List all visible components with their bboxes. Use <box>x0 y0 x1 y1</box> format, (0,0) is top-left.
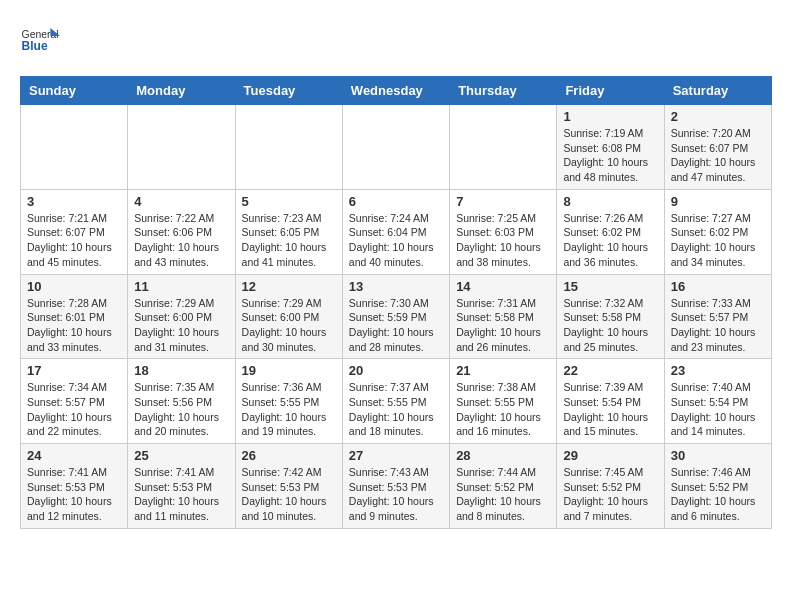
day-cell-15: 15Sunrise: 7:32 AMSunset: 5:58 PMDayligh… <box>557 274 664 359</box>
day-info: Sunrise: 7:34 AMSunset: 5:57 PMDaylight:… <box>27 380 121 439</box>
day-info: Sunrise: 7:30 AMSunset: 5:59 PMDaylight:… <box>349 296 443 355</box>
day-info: Sunrise: 7:46 AMSunset: 5:52 PMDaylight:… <box>671 465 765 524</box>
day-info: Sunrise: 7:32 AMSunset: 5:58 PMDaylight:… <box>563 296 657 355</box>
day-cell-29: 29Sunrise: 7:45 AMSunset: 5:52 PMDayligh… <box>557 444 664 529</box>
day-number: 11 <box>134 279 228 294</box>
day-cell-26: 26Sunrise: 7:42 AMSunset: 5:53 PMDayligh… <box>235 444 342 529</box>
day-number: 6 <box>349 194 443 209</box>
empty-cell <box>128 105 235 190</box>
weekday-header-friday: Friday <box>557 77 664 105</box>
day-cell-24: 24Sunrise: 7:41 AMSunset: 5:53 PMDayligh… <box>21 444 128 529</box>
day-number: 28 <box>456 448 550 463</box>
day-info: Sunrise: 7:27 AMSunset: 6:02 PMDaylight:… <box>671 211 765 270</box>
day-number: 21 <box>456 363 550 378</box>
day-number: 24 <box>27 448 121 463</box>
day-cell-10: 10Sunrise: 7:28 AMSunset: 6:01 PMDayligh… <box>21 274 128 359</box>
day-cell-5: 5Sunrise: 7:23 AMSunset: 6:05 PMDaylight… <box>235 189 342 274</box>
day-info: Sunrise: 7:36 AMSunset: 5:55 PMDaylight:… <box>242 380 336 439</box>
day-number: 26 <box>242 448 336 463</box>
day-number: 3 <box>27 194 121 209</box>
day-info: Sunrise: 7:41 AMSunset: 5:53 PMDaylight:… <box>27 465 121 524</box>
day-info: Sunrise: 7:19 AMSunset: 6:08 PMDaylight:… <box>563 126 657 185</box>
day-cell-7: 7Sunrise: 7:25 AMSunset: 6:03 PMDaylight… <box>450 189 557 274</box>
day-number: 17 <box>27 363 121 378</box>
day-info: Sunrise: 7:44 AMSunset: 5:52 PMDaylight:… <box>456 465 550 524</box>
day-cell-27: 27Sunrise: 7:43 AMSunset: 5:53 PMDayligh… <box>342 444 449 529</box>
page-header: General Blue <box>20 20 772 60</box>
day-info: Sunrise: 7:33 AMSunset: 5:57 PMDaylight:… <box>671 296 765 355</box>
day-number: 2 <box>671 109 765 124</box>
day-info: Sunrise: 7:22 AMSunset: 6:06 PMDaylight:… <box>134 211 228 270</box>
weekday-header-saturday: Saturday <box>664 77 771 105</box>
day-info: Sunrise: 7:23 AMSunset: 6:05 PMDaylight:… <box>242 211 336 270</box>
weekday-header-monday: Monday <box>128 77 235 105</box>
day-cell-18: 18Sunrise: 7:35 AMSunset: 5:56 PMDayligh… <box>128 359 235 444</box>
day-number: 15 <box>563 279 657 294</box>
day-cell-30: 30Sunrise: 7:46 AMSunset: 5:52 PMDayligh… <box>664 444 771 529</box>
day-number: 20 <box>349 363 443 378</box>
day-info: Sunrise: 7:42 AMSunset: 5:53 PMDaylight:… <box>242 465 336 524</box>
day-info: Sunrise: 7:45 AMSunset: 5:52 PMDaylight:… <box>563 465 657 524</box>
calendar: SundayMondayTuesdayWednesdayThursdayFrid… <box>20 76 772 529</box>
day-cell-19: 19Sunrise: 7:36 AMSunset: 5:55 PMDayligh… <box>235 359 342 444</box>
day-cell-23: 23Sunrise: 7:40 AMSunset: 5:54 PMDayligh… <box>664 359 771 444</box>
day-number: 14 <box>456 279 550 294</box>
logo: General Blue <box>20 20 64 60</box>
weekday-header-sunday: Sunday <box>21 77 128 105</box>
weekday-header-tuesday: Tuesday <box>235 77 342 105</box>
day-info: Sunrise: 7:31 AMSunset: 5:58 PMDaylight:… <box>456 296 550 355</box>
empty-cell <box>235 105 342 190</box>
day-number: 8 <box>563 194 657 209</box>
day-cell-8: 8Sunrise: 7:26 AMSunset: 6:02 PMDaylight… <box>557 189 664 274</box>
svg-text:Blue: Blue <box>22 39 48 53</box>
day-cell-28: 28Sunrise: 7:44 AMSunset: 5:52 PMDayligh… <box>450 444 557 529</box>
day-info: Sunrise: 7:43 AMSunset: 5:53 PMDaylight:… <box>349 465 443 524</box>
day-cell-25: 25Sunrise: 7:41 AMSunset: 5:53 PMDayligh… <box>128 444 235 529</box>
empty-cell <box>342 105 449 190</box>
day-number: 10 <box>27 279 121 294</box>
day-info: Sunrise: 7:25 AMSunset: 6:03 PMDaylight:… <box>456 211 550 270</box>
day-number: 18 <box>134 363 228 378</box>
day-cell-11: 11Sunrise: 7:29 AMSunset: 6:00 PMDayligh… <box>128 274 235 359</box>
day-info: Sunrise: 7:38 AMSunset: 5:55 PMDaylight:… <box>456 380 550 439</box>
day-cell-17: 17Sunrise: 7:34 AMSunset: 5:57 PMDayligh… <box>21 359 128 444</box>
day-cell-2: 2Sunrise: 7:20 AMSunset: 6:07 PMDaylight… <box>664 105 771 190</box>
day-info: Sunrise: 7:26 AMSunset: 6:02 PMDaylight:… <box>563 211 657 270</box>
day-number: 4 <box>134 194 228 209</box>
day-info: Sunrise: 7:40 AMSunset: 5:54 PMDaylight:… <box>671 380 765 439</box>
day-number: 25 <box>134 448 228 463</box>
day-number: 22 <box>563 363 657 378</box>
day-info: Sunrise: 7:29 AMSunset: 6:00 PMDaylight:… <box>134 296 228 355</box>
day-cell-9: 9Sunrise: 7:27 AMSunset: 6:02 PMDaylight… <box>664 189 771 274</box>
day-info: Sunrise: 7:41 AMSunset: 5:53 PMDaylight:… <box>134 465 228 524</box>
empty-cell <box>450 105 557 190</box>
day-number: 13 <box>349 279 443 294</box>
day-cell-20: 20Sunrise: 7:37 AMSunset: 5:55 PMDayligh… <box>342 359 449 444</box>
day-info: Sunrise: 7:35 AMSunset: 5:56 PMDaylight:… <box>134 380 228 439</box>
day-number: 29 <box>563 448 657 463</box>
day-number: 23 <box>671 363 765 378</box>
day-cell-1: 1Sunrise: 7:19 AMSunset: 6:08 PMDaylight… <box>557 105 664 190</box>
day-number: 27 <box>349 448 443 463</box>
day-cell-12: 12Sunrise: 7:29 AMSunset: 6:00 PMDayligh… <box>235 274 342 359</box>
day-info: Sunrise: 7:24 AMSunset: 6:04 PMDaylight:… <box>349 211 443 270</box>
day-cell-4: 4Sunrise: 7:22 AMSunset: 6:06 PMDaylight… <box>128 189 235 274</box>
day-cell-14: 14Sunrise: 7:31 AMSunset: 5:58 PMDayligh… <box>450 274 557 359</box>
day-cell-16: 16Sunrise: 7:33 AMSunset: 5:57 PMDayligh… <box>664 274 771 359</box>
day-number: 16 <box>671 279 765 294</box>
day-info: Sunrise: 7:37 AMSunset: 5:55 PMDaylight:… <box>349 380 443 439</box>
day-info: Sunrise: 7:29 AMSunset: 6:00 PMDaylight:… <box>242 296 336 355</box>
day-number: 9 <box>671 194 765 209</box>
day-number: 5 <box>242 194 336 209</box>
day-cell-22: 22Sunrise: 7:39 AMSunset: 5:54 PMDayligh… <box>557 359 664 444</box>
weekday-header-thursday: Thursday <box>450 77 557 105</box>
day-info: Sunrise: 7:21 AMSunset: 6:07 PMDaylight:… <box>27 211 121 270</box>
day-info: Sunrise: 7:28 AMSunset: 6:01 PMDaylight:… <box>27 296 121 355</box>
day-number: 30 <box>671 448 765 463</box>
empty-cell <box>21 105 128 190</box>
day-number: 12 <box>242 279 336 294</box>
weekday-header-wednesday: Wednesday <box>342 77 449 105</box>
day-cell-21: 21Sunrise: 7:38 AMSunset: 5:55 PMDayligh… <box>450 359 557 444</box>
day-number: 7 <box>456 194 550 209</box>
day-info: Sunrise: 7:20 AMSunset: 6:07 PMDaylight:… <box>671 126 765 185</box>
